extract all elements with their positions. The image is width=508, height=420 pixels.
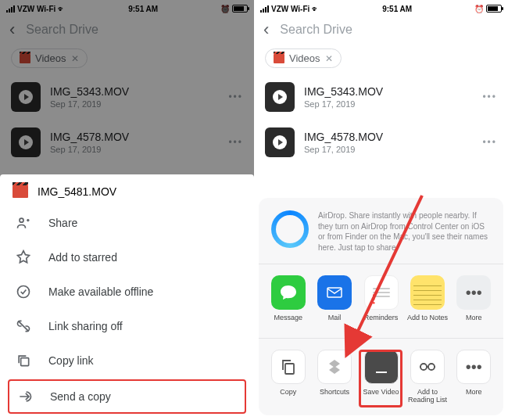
app-more[interactable]: ••• More (451, 275, 497, 330)
menu-send-copy[interactable]: Send a copy (9, 381, 245, 412)
copy-icon (271, 350, 306, 384)
app-message[interactable]: Message (265, 275, 311, 330)
filter-chip-videos[interactable]: Videos ✕ (265, 48, 342, 68)
airdrop-section[interactable]: AirDrop. Share instantly with people nea… (259, 207, 503, 264)
menu-copy-link[interactable]: Copy link (0, 343, 254, 378)
reminders-icon (364, 275, 399, 310)
app-label: Reminders (364, 314, 399, 330)
more-icon[interactable]: ••• (482, 92, 497, 102)
svg-point-0 (20, 218, 23, 222)
highlight-send-copy: Send a copy (8, 379, 246, 414)
app-notes[interactable]: Add to Notes (404, 275, 450, 330)
menu-label: Share (48, 217, 77, 229)
action-label: More (466, 389, 482, 404)
menu-label: Make available offline (48, 285, 153, 298)
more-icon: ••• (456, 275, 491, 310)
alarm-icon: ⏰ (474, 5, 484, 13)
svg-point-1 (18, 286, 30, 298)
notes-icon (410, 275, 445, 310)
file-date: Sep 17, 2019 (304, 145, 383, 154)
left-screenshot: VZW Wi-Fi ᯤ 9:51 AM ⏰ ‹ Search Drive Vid… (0, 0, 254, 420)
sheet-filename: IMG_5481.MOV (38, 185, 116, 198)
copy-icon (16, 353, 31, 368)
airdrop-icon (271, 210, 309, 248)
action-more[interactable]: ••• More (451, 350, 497, 404)
link-off-icon (16, 318, 31, 334)
drive-header: ‹ Search Drive (254, 14, 508, 45)
app-reminders[interactable]: Reminders (358, 275, 404, 330)
action-label: Copy (280, 389, 296, 404)
file-row[interactable]: IMG_5343.MOV Sep 17, 2019 ••• (254, 74, 508, 120)
chip-remove-icon[interactable]: ✕ (325, 53, 333, 64)
file-row[interactable]: IMG_4578.MOV Sep 17, 2019 ••• (254, 120, 508, 165)
menu-link-sharing[interactable]: Link sharing off (0, 309, 254, 343)
clock: 9:51 AM (382, 5, 412, 13)
action-label: Add to Reading List (404, 389, 450, 404)
svg-point-5 (420, 364, 427, 370)
video-icon (13, 185, 28, 198)
action-reading-list[interactable]: Add to Reading List (404, 350, 450, 404)
video-thumb (265, 82, 295, 112)
reading-list-icon (410, 350, 445, 384)
menu-label: Copy link (48, 354, 94, 367)
message-icon (271, 275, 306, 310)
app-label: Mail (328, 314, 342, 330)
menu-share[interactable]: Share (0, 206, 254, 240)
svg-rect-4 (285, 364, 294, 374)
offline-icon (16, 284, 31, 300)
menu-label: Send a copy (50, 390, 111, 403)
action-copy[interactable]: Copy (265, 350, 311, 404)
star-icon (16, 249, 31, 265)
share-apps-row: Message Mail Reminders Add to Notes ••• … (259, 264, 503, 339)
battery-icon (486, 5, 502, 13)
video-thumb (265, 127, 295, 157)
action-shortcuts[interactable]: Shortcuts (311, 350, 357, 404)
app-label: Message (274, 314, 302, 330)
menu-label: Link sharing off (48, 320, 123, 332)
highlight-save-video (359, 350, 402, 407)
file-date: Sep 17, 2019 (304, 99, 383, 109)
drive-action-sheet: IMG_5481.MOV Share Add to starred Make a… (0, 174, 254, 420)
svg-rect-2 (21, 358, 29, 366)
menu-star[interactable]: Add to starred (0, 240, 254, 275)
action-label: Shortcuts (320, 389, 349, 404)
file-name: IMG_4578.MOV (304, 131, 383, 143)
app-label: Add to Notes (407, 314, 448, 330)
chip-label: Videos (289, 52, 320, 64)
share-icon (16, 215, 31, 231)
file-name: IMG_5343.MOV (304, 85, 383, 98)
shortcuts-icon (317, 350, 352, 384)
more-icon: ••• (456, 350, 491, 384)
status-bar: VZW Wi-Fi ᯤ 9:51 AM ⏰ (254, 0, 508, 14)
svg-rect-3 (327, 288, 342, 297)
send-icon (17, 389, 33, 404)
menu-offline[interactable]: Make available offline (0, 275, 254, 309)
signal-icon (260, 5, 269, 13)
back-icon[interactable]: ‹ (263, 20, 269, 40)
carrier-label: VZW Wi-Fi (271, 5, 309, 13)
svg-point-6 (428, 364, 435, 370)
menu-label: Add to starred (48, 251, 117, 264)
video-icon (274, 54, 284, 63)
more-icon[interactable]: ••• (482, 137, 497, 148)
right-screenshot: VZW Wi-Fi ᯤ 9:51 AM ⏰ ‹ Search Drive Vid… (254, 0, 508, 420)
app-mail[interactable]: Mail (311, 275, 357, 330)
search-input[interactable]: Search Drive (280, 23, 352, 37)
app-label: More (466, 314, 482, 330)
mail-icon (317, 275, 352, 310)
airdrop-text: AirDrop. Share instantly with people nea… (318, 210, 491, 253)
wifi-icon: ᯤ (312, 5, 320, 13)
